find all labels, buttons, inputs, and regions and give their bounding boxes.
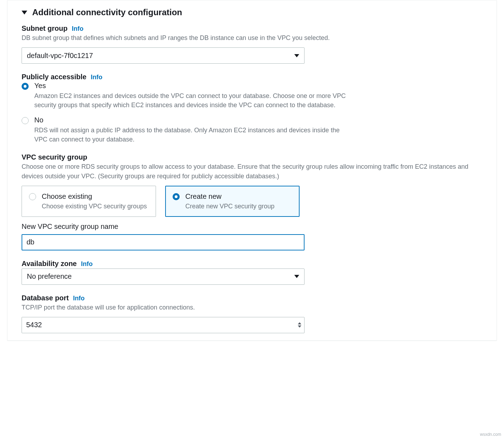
sg-create-title: Create new bbox=[185, 192, 274, 201]
new-sg-name-label: New VPC security group name bbox=[22, 223, 482, 231]
public-no-desc: RDS will not assign a public IP address … bbox=[34, 126, 347, 144]
info-link[interactable]: Info bbox=[81, 260, 93, 268]
step-up-icon[interactable] bbox=[298, 322, 301, 324]
public-yes-option[interactable]: Yes Amazon EC2 instances and devices out… bbox=[22, 82, 347, 110]
subnet-group-desc: DB subnet group that defines which subne… bbox=[22, 33, 482, 42]
sg-existing-desc: Choose existing VPC security groups bbox=[42, 203, 147, 210]
public-access-field: Publicly accessible Info Yes Amazon EC2 … bbox=[22, 73, 482, 144]
subnet-group-select[interactable]: default-vpc-7f0c1217 bbox=[22, 47, 305, 64]
connectivity-panel: Additional connectivity configuration Su… bbox=[7, 0, 497, 341]
new-sg-name-input[interactable] bbox=[22, 234, 305, 250]
info-link[interactable]: Info bbox=[72, 25, 83, 33]
public-yes-title: Yes bbox=[34, 82, 347, 90]
vpc-sg-label: VPC security group bbox=[22, 153, 87, 161]
chevron-down-icon bbox=[294, 54, 299, 57]
az-label: Availability zone bbox=[22, 260, 77, 268]
az-value: No preference bbox=[27, 272, 72, 281]
radio-checked-icon bbox=[22, 83, 29, 90]
subnet-group-label: Subnet group bbox=[22, 24, 68, 33]
info-link[interactable]: Info bbox=[73, 295, 85, 302]
port-input[interactable] bbox=[22, 317, 305, 333]
public-access-label: Publicly accessible bbox=[22, 73, 86, 81]
chevron-down-icon bbox=[22, 11, 27, 15]
info-link[interactable]: Info bbox=[91, 74, 102, 81]
subnet-group-field: Subnet group Info DB subnet group that d… bbox=[22, 24, 482, 64]
subnet-group-value: default-vpc-7f0c1217 bbox=[27, 52, 93, 60]
sg-create-desc: Create new VPC security group bbox=[185, 203, 274, 210]
radio-checked-icon bbox=[173, 193, 180, 200]
chevron-down-icon bbox=[294, 275, 299, 278]
section-toggle[interactable]: Additional connectivity configuration bbox=[7, 0, 497, 24]
sg-existing-title: Choose existing bbox=[42, 192, 147, 201]
vpc-sg-desc: Choose one or more RDS security groups t… bbox=[22, 162, 482, 180]
step-down-icon[interactable] bbox=[298, 325, 301, 328]
port-field: Database port Info TCP/IP port the datab… bbox=[22, 294, 482, 333]
public-no-title: No bbox=[34, 116, 347, 124]
section-title: Additional connectivity configuration bbox=[32, 7, 182, 17]
az-field: Availability zone Info No preference bbox=[22, 260, 482, 285]
port-label: Database port bbox=[22, 294, 69, 302]
radio-unchecked-icon bbox=[22, 117, 29, 124]
sg-create-new-tile[interactable]: Create new Create new VPC security group bbox=[165, 186, 300, 217]
radio-unchecked-icon bbox=[29, 193, 36, 200]
sg-choose-existing-tile[interactable]: Choose existing Choose existing VPC secu… bbox=[22, 186, 156, 217]
port-desc: TCP/IP port the database will use for ap… bbox=[22, 303, 482, 312]
az-select[interactable]: No preference bbox=[22, 268, 305, 285]
vpc-sg-field: VPC security group Choose one or more RD… bbox=[22, 153, 482, 250]
port-stepper[interactable] bbox=[297, 320, 302, 330]
public-yes-desc: Amazon EC2 instances and devices outside… bbox=[34, 91, 347, 110]
public-no-option[interactable]: No RDS will not assign a public IP addre… bbox=[22, 116, 347, 144]
